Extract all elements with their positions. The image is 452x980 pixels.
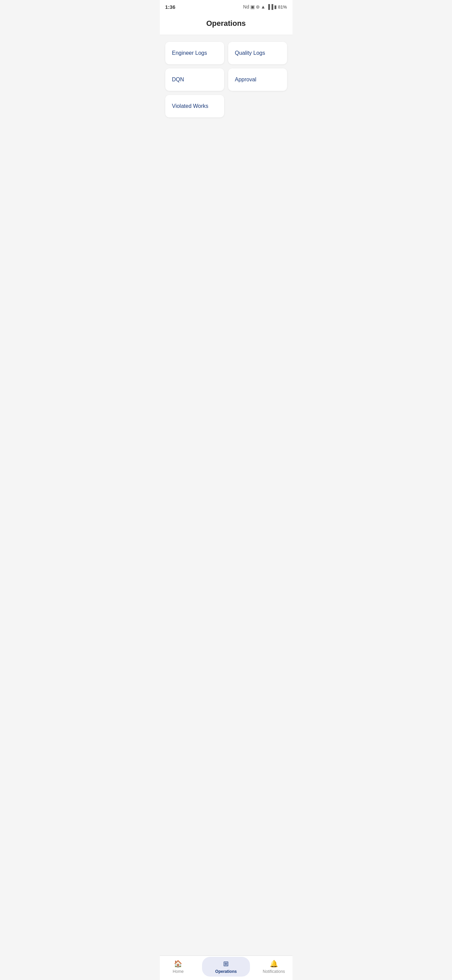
page-title: Operations [167, 19, 286, 28]
sim-icon: ▣ [250, 4, 255, 10]
quality-logs-label: Quality Logs [235, 50, 265, 56]
approval-label: Approval [235, 76, 257, 82]
network-icon: Nd [243, 4, 249, 10]
ninja-icon: ⊛ [256, 4, 260, 10]
battery-icon: ▮ [274, 4, 277, 10]
approval-card[interactable]: Approval [228, 68, 287, 91]
violated-works-card[interactable]: Violated Works [165, 95, 224, 118]
dqn-card[interactable]: DQN [165, 68, 224, 91]
wifi-icon: ▲ [261, 4, 266, 10]
content-area: Engineer Logs Quality Logs DQN Approval … [160, 35, 292, 955]
signal-icon: ▐▐ [266, 4, 273, 10]
status-bar: 1:36 Nd ▣ ⊛ ▲ ▐▐ ▮ 81% [160, 0, 292, 14]
engineer-logs-card[interactable]: Engineer Logs [165, 42, 224, 64]
engineer-logs-label: Engineer Logs [172, 50, 207, 56]
dqn-label: DQN [172, 76, 184, 82]
menu-grid: Engineer Logs Quality Logs DQN Approval … [165, 42, 287, 118]
battery-percentage: 81% [278, 5, 287, 10]
page-title-bar: Operations [160, 14, 292, 35]
system-status-icons: Nd ▣ ⊛ ▲ ▐▐ ▮ 81% [243, 4, 287, 10]
quality-logs-card[interactable]: Quality Logs [228, 42, 287, 64]
violated-works-label: Violated Works [172, 103, 208, 109]
status-time: 1:36 [165, 4, 176, 10]
